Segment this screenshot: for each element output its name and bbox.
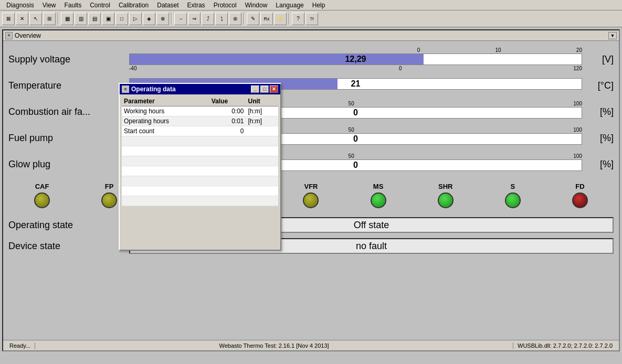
glowplug-label: Glow plug	[8, 159, 129, 170]
toolbar: ⊠ ✕ ↖ ⊞ ▦ ▥ ▤ ▣ □ ▷ ◈ ⊕ → ⇒ ⤴ ⤵ ⊛ ✎ Rx ⚡…	[0, 10, 622, 27]
toolbar-btn-9[interactable]: □	[115, 13, 128, 25]
toolbar-btn-16[interactable]: ⤵	[215, 13, 228, 25]
overview-titlebar: ≡ Overview ▼	[3, 30, 619, 41]
menu-control[interactable]: Control	[86, 1, 114, 10]
table-row-empty-4	[122, 166, 278, 176]
indicator-vfr-label: VFR	[304, 183, 318, 190]
overview-title: Overview	[15, 32, 41, 39]
indicator-s: S	[479, 183, 546, 208]
row1-unit: [h:m]	[246, 116, 278, 126]
fuelpump-row: Fuel pump 50 100 0 [%]	[8, 125, 614, 151]
toolbar-sep-4	[289, 13, 290, 25]
menu-dataset[interactable]: Dataset	[153, 1, 183, 10]
toolbar-btn-rx[interactable]: Rx	[260, 13, 273, 25]
menu-protocol[interactable]: Protocol	[209, 1, 241, 10]
sv-scale-10: 10	[496, 47, 501, 53]
toolbar-btn-1[interactable]: ⊠	[2, 13, 15, 25]
toolbar-sep-1	[58, 13, 59, 25]
indicator-vfr: VFR	[277, 183, 344, 208]
indicator-fd-light	[572, 192, 588, 208]
dialog-content: Parameter Value Unit Working hours 0:00 …	[120, 94, 280, 250]
combustion-unit: [%]	[582, 106, 614, 117]
gp-scale-50: 50	[349, 153, 354, 159]
toolbar-btn-18[interactable]: ✎	[247, 13, 259, 25]
table-row-empty-1	[122, 136, 278, 146]
toolbar-btn-help[interactable]: ?	[292, 13, 304, 25]
toolbar-btn-help2[interactable]: ?!	[305, 13, 318, 25]
menu-help[interactable]: Help	[308, 1, 330, 10]
indicators-row: CAF FP GP CP VFR MS	[8, 183, 614, 208]
indicator-vfr-light	[303, 192, 319, 208]
dialog-table: Parameter Value Unit Working hours 0:00 …	[122, 97, 278, 206]
toolbar-btn-13[interactable]: →	[174, 13, 187, 25]
indicator-s-light	[505, 192, 521, 208]
row0-unit: [h:m]	[246, 106, 278, 116]
indicator-shr-label: SHR	[438, 183, 452, 190]
glowplug-unit: [%]	[582, 159, 614, 170]
indicator-shr: SHR	[412, 183, 479, 208]
row0-param: Working hours	[122, 106, 209, 116]
toolbar-btn-4[interactable]: ⊞	[43, 13, 56, 25]
menu-language[interactable]: Language	[271, 1, 308, 10]
dialog-close-btn[interactable]: ✕	[270, 85, 278, 93]
indicator-fp-light	[101, 192, 117, 208]
dialog-maximize-btn[interactable]: □	[260, 85, 269, 93]
indicator-shr-light	[438, 192, 454, 208]
dialog-title: Operating data	[131, 85, 176, 93]
indicator-ms: MS	[345, 183, 412, 208]
combustion-label: Combustion air fa...	[8, 106, 129, 117]
row2-param: Start count	[122, 126, 209, 136]
toolbar-btn-6[interactable]: ▥	[75, 13, 87, 25]
statusbar-ready: Ready...	[5, 342, 35, 349]
menu-view[interactable]: View	[38, 1, 60, 10]
statusbar: Ready... Webasto Thermo Test: 2.16.1 [No…	[3, 340, 619, 350]
operating-state-label: Operating state	[8, 220, 129, 231]
supply-voltage-value: 12,29	[130, 54, 582, 65]
supply-voltage-gauge: 0 10 20 12,29 -40 0 120	[129, 47, 582, 71]
fp-scale-50: 50	[349, 127, 354, 133]
dialog-minimize-btn[interactable]: _	[251, 85, 259, 93]
toolbar-btn-19[interactable]: ⚡	[274, 13, 287, 25]
menu-calibration[interactable]: Calibration	[114, 1, 153, 10]
indicator-fd-label: FD	[575, 183, 584, 190]
fp-scale-100: 100	[573, 127, 582, 133]
indicator-ms-light	[371, 192, 386, 208]
operating-data-dialog: ≡ Operating data _ □ ✕ Parameter Value U…	[119, 83, 281, 251]
caf-scale-50: 50	[349, 101, 354, 106]
toolbar-btn-7[interactable]: ▤	[88, 13, 101, 25]
gp-scale-100: 100	[573, 153, 582, 159]
supply-voltage-label: Supply voltage	[8, 54, 129, 65]
toolbar-btn-15[interactable]: ⤴	[202, 13, 214, 25]
indicator-caf-light	[34, 192, 50, 208]
row2-value: 0	[209, 126, 246, 136]
row0-value: 0:00	[209, 106, 246, 116]
table-row-0: Working hours 0:00 [h:m]	[122, 106, 278, 116]
menu-extras[interactable]: Extras	[183, 1, 209, 10]
toolbar-btn-2[interactable]: ✕	[16, 13, 28, 25]
toolbar-btn-11[interactable]: ◈	[143, 13, 155, 25]
table-row-1: Operating hours 0:01 [h:m]	[122, 116, 278, 126]
toolbar-btn-5[interactable]: ▦	[61, 13, 73, 25]
fuelpump-unit: [%]	[582, 133, 614, 144]
col-parameter: Parameter	[122, 97, 209, 106]
toolbar-btn-3[interactable]: ↖	[29, 13, 42, 25]
overview-restore-btn[interactable]: ▼	[608, 32, 617, 39]
combustion-row: Combustion air fa... 50 100 0 [%]	[8, 99, 614, 125]
menu-faults[interactable]: Faults	[60, 1, 86, 10]
menu-window[interactable]: Window	[241, 1, 272, 10]
operating-state-row: Operating state Off state	[8, 216, 614, 234]
indicator-caf: CAF	[8, 183, 76, 208]
indicator-fp-label: FP	[105, 183, 114, 190]
toolbar-btn-14[interactable]: ⇒	[188, 13, 201, 25]
toolbar-btn-8[interactable]: ▣	[102, 13, 114, 25]
toolbar-btn-17[interactable]: ⊛	[229, 13, 241, 25]
indicator-fd: FD	[546, 183, 614, 208]
toolbar-btn-12[interactable]: ⊕	[156, 13, 169, 25]
sv-scale-0: 0	[417, 47, 420, 53]
col-value: Value	[209, 97, 246, 106]
dialog-controls: _ □ ✕	[251, 85, 278, 93]
menu-diagnosis[interactable]: Diagnosis	[2, 1, 38, 10]
device-state-row: Device state no fault	[8, 237, 614, 255]
toolbar-btn-10[interactable]: ▷	[129, 13, 142, 25]
table-row-empty-6	[122, 186, 278, 196]
